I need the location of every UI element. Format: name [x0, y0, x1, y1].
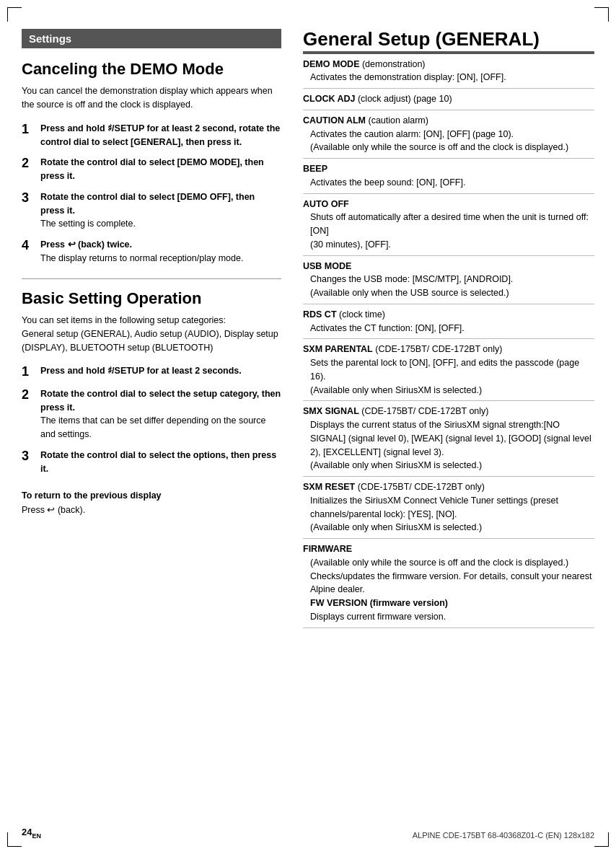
demo-step-1-content: Press and hold ♯/SETUP for at least 2 se… — [40, 122, 281, 149]
setting-sxm-reset: SXM RESET (CDE-175BT/ CDE-172BT only) In… — [303, 477, 594, 539]
setting-caution-alm-suffix: (caution alarm) — [366, 115, 428, 126]
settings-header: Settings — [22, 29, 281, 48]
demo-step-4-main: Press ↩ (back) twice. — [40, 239, 132, 250]
basic-section-body: You can set items in the following setup… — [22, 314, 281, 354]
setting-smx-signal-suffix: (CDE-175BT/ CDE-172BT only) — [359, 406, 489, 416]
demo-step-2-main: Rotate the control dial to select [DEMO … — [40, 157, 264, 181]
firmware-version-label: FW VERSION (firmware version) — [310, 598, 448, 608]
firmware-version-desc: Displays current firmware version. — [310, 612, 446, 622]
setting-sxm-parental-name: SXM PARENTAL — [303, 344, 373, 354]
setting-sxm-parental-suffix: (CDE-175BT/ CDE-172BT only) — [373, 344, 503, 354]
basic-step-2-number: 2 — [22, 387, 35, 441]
settings-header-label: Settings — [29, 32, 71, 45]
corner-mark-tr — [594, 7, 609, 22]
basic-step-2-main: Rotate the control dial to select the se… — [40, 389, 281, 413]
demo-step-4-content: Press ↩ (back) twice. The display return… — [40, 238, 281, 265]
return-title: To return to the previous display — [22, 490, 162, 501]
footer: 24EN ALPINE CDE-175BT 68-40368Z01-C (EN)… — [0, 821, 616, 840]
basic-body-1: You can set items in the following setup… — [22, 315, 226, 325]
setting-rds-ct-name: RDS CT — [303, 309, 337, 320]
setting-demo-mode-desc: Activates the demonstration display: [ON… — [303, 71, 594, 84]
demo-section-title: Canceling the DEMO Mode — [22, 60, 281, 79]
demo-step-3-main: Rotate the control dial to select [DEMO … — [40, 192, 255, 216]
demo-step-1-main: Press and hold ♯/SETUP for at least 2 se… — [40, 123, 280, 147]
setting-caution-alm-name: CAUTION ALM — [303, 115, 366, 126]
demo-steps-list: 1 Press and hold ♯/SETUP for at least 2 … — [22, 122, 281, 265]
setting-demo-mode: DEMO MODE (demonstration) Activates the … — [303, 54, 594, 89]
setting-rds-ct-suffix: (clock time) — [337, 309, 385, 320]
setting-usb-mode: USB MODE Changes the USB mode: [MSC/MTP]… — [303, 256, 594, 304]
return-body: Press ↩ (back). — [22, 505, 85, 515]
setting-demo-mode-suffix: (demonstration) — [359, 59, 425, 69]
basic-steps-list: 1 Press and hold ♯/SETUP for at least 2 … — [22, 364, 281, 475]
setting-clock-adj-name: CLOCK ADJ — [303, 94, 355, 104]
demo-step-3: 3 Rotate the control dial to select [DEM… — [22, 190, 281, 231]
setting-usb-mode-name: USB MODE — [303, 261, 351, 271]
setting-clock-adj: CLOCK ADJ (clock adjust) (page 10) — [303, 89, 594, 110]
setting-beep-name: BEEP — [303, 164, 327, 174]
setting-auto-off: AUTO OFF Shuts off automatically after a… — [303, 194, 594, 256]
demo-step-4-sub: The display returns to normal reception/… — [40, 252, 281, 265]
demo-step-4-number: 4 — [22, 238, 35, 265]
basic-step-1-content: Press and hold ♯/SETUP for at least 2 se… — [40, 364, 281, 380]
section-divider-1 — [22, 278, 281, 279]
page-number: 24EN — [22, 827, 41, 840]
demo-step-2-content: Rotate the control dial to select [DEMO … — [40, 156, 281, 183]
setting-firmware: FIRMWARE (Available only while the sourc… — [303, 539, 594, 628]
setting-clock-adj-suffix: (clock adjust) (page 10) — [355, 94, 452, 104]
corner-mark-tl — [7, 7, 22, 22]
basic-step-3: 3 Rotate the control dial to select the … — [22, 449, 281, 476]
basic-step-2: 2 Rotate the control dial to select the … — [22, 387, 281, 441]
return-section: To return to the previous display Press … — [22, 488, 281, 517]
setting-sxm-parental-desc: Sets the parental lock to [ON], [OFF], a… — [303, 356, 594, 397]
basic-step-2-content: Rotate the control dial to select the se… — [40, 387, 281, 441]
setting-beep-desc: Activates the beep sound: [ON], [OFF]. — [303, 176, 594, 190]
setting-smx-signal: SMX SIGNAL (CDE-175BT/ CDE-172BT only) D… — [303, 401, 594, 477]
basic-step-1: 1 Press and hold ♯/SETUP for at least 2 … — [22, 364, 281, 380]
page-number-value: 24 — [22, 827, 32, 837]
general-title: General Setup (GENERAL) — [303, 29, 594, 50]
demo-step-3-number: 3 — [22, 190, 35, 231]
page: Settings Canceling the DEMO Mode You can… — [0, 0, 616, 854]
footer-note: ALPINE CDE-175BT 68-40368Z01-C (EN) 128x… — [413, 831, 594, 840]
demo-section-body: You can cancel the demonstration display… — [22, 84, 281, 112]
setting-firmware-name: FIRMWARE — [303, 544, 352, 554]
setting-sxm-parental: SXM PARENTAL (CDE-175BT/ CDE-172BT only)… — [303, 339, 594, 401]
setting-firmware-desc: (Available only while the source is off … — [303, 556, 594, 624]
page-number-suffix: EN — [32, 832, 41, 840]
basic-step-3-main: Rotate the control dial to select the op… — [40, 450, 276, 474]
demo-step-1-number: 1 — [22, 122, 35, 149]
demo-step-2-number: 2 — [22, 156, 35, 183]
right-column: General Setup (GENERAL) DEMO MODE (demon… — [303, 29, 594, 821]
basic-section-title: Basic Setting Operation — [22, 289, 281, 308]
demo-step-4: 4 Press ↩ (back) twice. The display retu… — [22, 238, 281, 265]
setting-usb-mode-desc: Changes the USB mode: [MSC/MTP], [ANDROI… — [303, 273, 594, 300]
basic-step-3-number: 3 — [22, 449, 35, 476]
basic-body-2: General setup (GENERAL), Audio setup (AU… — [22, 329, 278, 353]
main-columns: Settings Canceling the DEMO Mode You can… — [0, 29, 616, 821]
demo-step-1: 1 Press and hold ♯/SETUP for at least 2 … — [22, 122, 281, 149]
corner-mark-br — [594, 832, 609, 847]
basic-step-1-main: Press and hold ♯/SETUP for at least 2 se… — [40, 366, 242, 376]
setting-sxm-reset-name: SXM RESET — [303, 482, 355, 492]
setting-rds-ct: RDS CT (clock time) Activates the CT fun… — [303, 304, 594, 340]
setting-beep: BEEP Activates the beep sound: [ON], [OF… — [303, 159, 594, 194]
corner-mark-bl — [7, 832, 22, 847]
setting-sxm-reset-desc: Initializes the SiriusXM Connect Vehicle… — [303, 494, 594, 534]
setting-sxm-reset-suffix: (CDE-175BT/ CDE-172BT only) — [355, 482, 485, 492]
setting-auto-off-desc: Shuts off automatically after a desired … — [303, 211, 594, 251]
setting-smx-signal-desc: Displays the current status of the Siriu… — [303, 418, 594, 472]
setting-auto-off-name: AUTO OFF — [303, 199, 349, 209]
demo-step-3-sub: The setting is complete. — [40, 217, 281, 231]
demo-step-2: 2 Rotate the control dial to select [DEM… — [22, 156, 281, 183]
basic-step-2-sub: The items that can be set differ dependi… — [40, 414, 281, 441]
demo-step-3-content: Rotate the control dial to select [DEMO … — [40, 190, 281, 231]
left-column: Settings Canceling the DEMO Mode You can… — [22, 29, 281, 821]
setting-smx-signal-name: SMX SIGNAL — [303, 406, 359, 416]
basic-step-3-content: Rotate the control dial to select the op… — [40, 449, 281, 476]
basic-step-1-number: 1 — [22, 364, 35, 380]
setting-caution-alm: CAUTION ALM (caution alarm) Activates th… — [303, 110, 594, 159]
setting-caution-alm-desc: Activates the caution alarm: [ON], [OFF]… — [303, 128, 594, 155]
setting-rds-ct-desc: Activates the CT function: [ON], [OFF]. — [303, 322, 594, 335]
setting-demo-mode-name: DEMO MODE — [303, 59, 359, 69]
